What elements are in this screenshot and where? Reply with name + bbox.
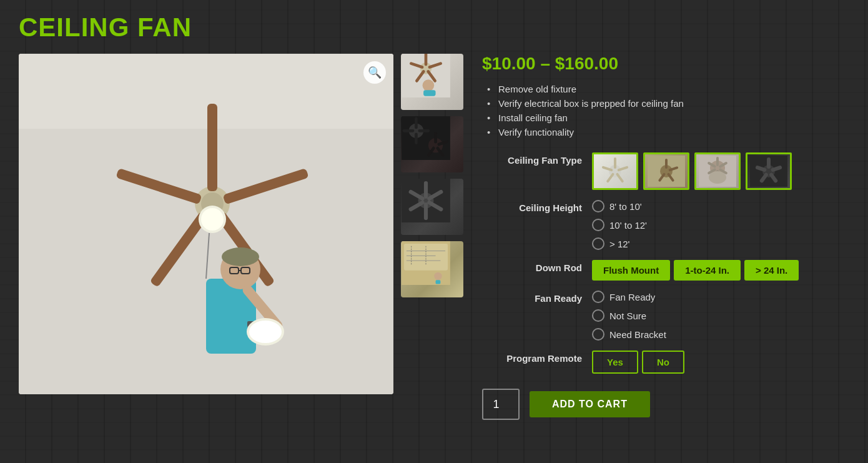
ceiling-height-row: Ceiling Height 8' to 10' 10' to 12' > 12… (482, 200, 849, 250)
svg-point-10 (201, 208, 224, 231)
thumbnail-3[interactable] (401, 179, 463, 235)
svg-rect-36 (403, 129, 415, 132)
fan-ready-option[interactable]: Fan Ready (592, 291, 666, 303)
program-remote-options: Yes No (592, 351, 684, 374)
not-sure-label: Not Sure (609, 311, 646, 321)
not-sure-option[interactable]: Not Sure (592, 309, 666, 322)
zoom-button[interactable]: 🔍 (363, 61, 386, 84)
quantity-input[interactable]: 1 (482, 389, 520, 420)
height-8-10-label: 8' to 10' (609, 201, 642, 212)
height-over-12-label: > 12' (609, 239, 629, 249)
svg-rect-1 (19, 54, 393, 129)
svg-rect-24 (425, 54, 428, 66)
ceiling-height-options: 8' to 10' 10' to 12' > 12' (592, 200, 647, 250)
down-rod-row: Down Rod Flush Mount 1-to-24 In. > 24 In… (482, 260, 849, 281)
svg-rect-67 (665, 159, 668, 169)
add-to-cart-button[interactable]: ADD TO CART (530, 391, 650, 417)
svg-rect-73 (716, 157, 719, 166)
fan-type-chandelier[interactable] (694, 152, 741, 190)
thumbnail-2[interactable] (401, 116, 463, 172)
svg-point-21 (249, 321, 282, 343)
fan-type-industrial[interactable] (746, 152, 792, 190)
height-10-12[interactable]: 10' to 12' (592, 219, 647, 231)
fan-ready-options: Fan Ready Not Sure Need Bracket (592, 291, 666, 341)
radio-circle-3 (592, 237, 604, 250)
price-range: $10.00 – $160.00 (482, 54, 849, 74)
features-list: Remove old fixture Verify electrical box… (482, 84, 849, 137)
height-over-12[interactable]: > 12' (592, 237, 647, 250)
page-title: CEILING FAN (19, 12, 849, 42)
need-bracket-option[interactable]: Need Bracket (592, 328, 666, 341)
ceiling-height-label: Ceiling Height (482, 200, 582, 213)
cart-row: 1 ADD TO CART (482, 389, 849, 420)
down-rod-label: Down Rod (482, 260, 582, 273)
ceiling-fan-type-row: Ceiling Fan Type (482, 152, 849, 190)
over-24-button[interactable]: > 24 In. (744, 260, 799, 281)
svg-rect-47 (424, 202, 428, 220)
svg-rect-38 (434, 132, 437, 144)
svg-rect-60 (614, 157, 616, 169)
svg-rect-30 (423, 90, 435, 96)
radio-need-bracket (592, 328, 604, 341)
feature-item-1: Remove old fixture (487, 84, 849, 94)
feature-item-3: Install ceiling fan (487, 112, 849, 123)
svg-rect-4 (207, 104, 217, 191)
flush-mount-button[interactable]: Flush Mount (592, 260, 670, 281)
svg-rect-56 (436, 280, 441, 284)
program-remote-row: Program Remote Yes No (482, 351, 849, 374)
program-remote-no[interactable]: No (642, 351, 684, 374)
radio-not-sure (592, 309, 604, 322)
svg-rect-82 (767, 157, 771, 169)
need-bracket-label: Need Bracket (609, 329, 666, 340)
fan-type-options (592, 152, 792, 190)
1-to-24-button[interactable]: 1-to-24 In. (674, 260, 741, 281)
svg-rect-34 (418, 129, 430, 132)
svg-point-55 (434, 272, 441, 280)
fan-type-standard[interactable] (592, 152, 638, 190)
options-section: Ceiling Fan Type (482, 152, 849, 420)
ceiling-fan-type-label: Ceiling Fan Type (482, 152, 582, 166)
main-product-image: 🔍 (19, 54, 393, 394)
fan-type-outdoor[interactable] (643, 152, 689, 190)
thumbnail-list (401, 54, 463, 420)
svg-rect-44 (424, 181, 428, 199)
thumbnail-1[interactable] (401, 54, 463, 110)
program-remote-label: Program Remote (482, 351, 582, 364)
fan-ready-option-label: Fan Ready (609, 292, 655, 302)
radio-fan-ready (592, 291, 604, 303)
svg-point-29 (423, 79, 435, 91)
feature-item-2: Verify electrical box is prepped for cei… (487, 98, 849, 109)
height-8-10[interactable]: 8' to 10' (592, 200, 647, 212)
svg-point-14 (222, 247, 259, 266)
radio-circle-2 (592, 219, 604, 231)
thumbnail-4[interactable] (401, 241, 463, 297)
svg-rect-35 (415, 132, 418, 144)
down-rod-options: Flush Mount 1-to-24 In. > 24 In. (592, 260, 799, 281)
svg-rect-33 (415, 117, 418, 129)
svg-point-79 (709, 171, 726, 184)
radio-circle-1 (592, 200, 604, 212)
product-info-panel: $10.00 – $160.00 Remove old fixture Veri… (476, 54, 849, 420)
fan-ready-row: Fan Ready Fan Ready Not Sure Need Bracke… (482, 291, 849, 341)
program-remote-yes[interactable]: Yes (592, 351, 638, 374)
feature-item-4: Verify functionality (487, 127, 849, 137)
height-10-12-label: 10' to 12' (609, 220, 647, 231)
fan-ready-label: Fan Ready (482, 291, 582, 304)
